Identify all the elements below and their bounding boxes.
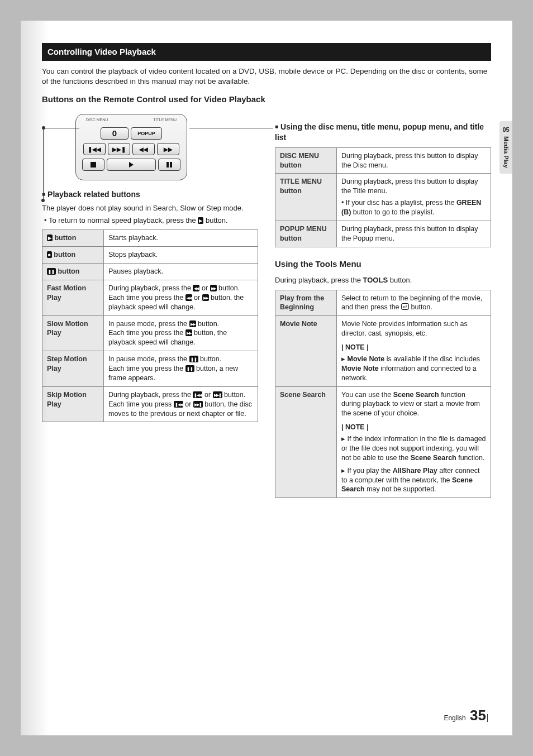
tbl1-r6d: In pause mode, press the button. Each ti…	[104, 351, 258, 387]
remote-zero-button[interactable]: 0	[101, 127, 129, 140]
tbl2-r3h: POPUP MENU button	[275, 221, 337, 247]
tbl3-r2d: Movie Note provides information such as …	[337, 316, 491, 386]
chapter-label: Media Play	[502, 136, 510, 168]
tools-menu-heading: Using the Tools Menu	[275, 259, 491, 270]
play-icon	[47, 235, 53, 241]
remote-diagram: DISC MENU TITLE MENU 0 POPUP ❚◀◀ ▶▶❚ ◀◀ …	[42, 114, 258, 180]
playback-intro-2a: To return to normal speed playback, pres…	[49, 216, 198, 224]
subheading-remote: Buttons on the Remote Control used for V…	[42, 94, 491, 105]
callout-vline-1	[43, 128, 44, 200]
remote: DISC MENU TITLE MENU 0 POPUP ❚◀◀ ▶▶❚ ◀◀ …	[75, 114, 187, 180]
chapter-number: 05	[502, 126, 509, 134]
tbl2-r1h: DISC MENU button	[275, 147, 337, 174]
remote-popup-button[interactable]: POPUP	[131, 127, 162, 140]
tbl1-r6h: Step Motion Play	[42, 351, 104, 387]
tbl3-r3h: Scene Search	[275, 386, 337, 498]
remote-prev-button[interactable]: ❚◀◀	[83, 143, 106, 155]
remote-play-button[interactable]	[107, 159, 156, 171]
tools-intro: During playback, press the TOOLS button.	[275, 275, 491, 285]
tbl1-r7h: Skip Motion Play	[42, 386, 104, 422]
chapter-tab: 05 Media Play	[499, 121, 512, 174]
tbl2-r1d: During playback, press this button to di…	[337, 147, 491, 174]
tbl1-r4d: During playback, press the or button. Ea…	[104, 280, 258, 315]
rewind-icon	[185, 294, 192, 301]
callout1-title: ■Playback related buttons	[42, 189, 258, 200]
tbl2-r2d: During playback, press this button to di…	[337, 174, 491, 221]
prev-icon	[174, 401, 183, 408]
next-icon	[213, 391, 222, 398]
remote-rewind-button[interactable]: ◀◀	[132, 143, 155, 155]
rewind-icon	[193, 285, 199, 291]
remote-stop-button[interactable]	[82, 159, 104, 171]
callout1-text: Playback related buttons	[47, 190, 140, 199]
tbl1-r3h: button	[42, 264, 104, 280]
tbl1-r7d: During playback, press the or button. Ea…	[104, 386, 258, 422]
tbl2-r2h: TITLE MENU button	[275, 174, 337, 221]
callout-arrow-1	[41, 199, 45, 202]
play-icon	[198, 217, 203, 224]
playback-intro-2: To return to normal speed playback, pres…	[42, 216, 258, 226]
disc-menu-label: DISC MENU	[86, 117, 108, 122]
pause-icon	[47, 268, 56, 275]
remote-pause-button[interactable]	[158, 159, 180, 171]
remote-ff-button[interactable]: ▶▶	[157, 143, 179, 155]
left-column: DISC MENU TITLE MENU 0 POPUP ❚◀◀ ▶▶❚ ◀◀ …	[42, 111, 258, 505]
tbl3-r1h: Play from the Beginning	[275, 290, 337, 316]
enter-icon	[401, 303, 409, 310]
tbl1-r4h: Fast Motion Play	[42, 280, 104, 315]
prev-icon	[193, 391, 202, 398]
page-footer: English 35	[444, 706, 491, 725]
footer-page: 35	[470, 707, 486, 724]
ff-icon	[202, 294, 209, 301]
right-column: ■Using the disc menu, title menu, popup …	[275, 111, 491, 505]
tbl3-r1d: Select to return to the beginning of the…	[337, 290, 491, 316]
callout2-title: ■Using the disc menu, title menu, popup …	[275, 122, 491, 143]
remote-next-button[interactable]: ▶▶❚	[108, 143, 130, 155]
tbl1-r3d: Pauses playback.	[104, 264, 258, 280]
pause-icon	[185, 365, 194, 372]
page: 05 Media Play Controlling Video Playback…	[21, 21, 512, 735]
ff-icon	[210, 285, 217, 291]
callout2-text: Using the disc menu, title menu, popup m…	[275, 122, 484, 142]
tools-menu-table: Play from the Beginning Select to return…	[275, 290, 491, 499]
tbl3-r3d: You can use the Scene Search function du…	[337, 386, 491, 498]
tbl1-r2h: button	[42, 247, 104, 264]
tbl1-r1d: Starts playback.	[104, 230, 258, 247]
callout-line-2a	[189, 128, 273, 128]
tbl1-r2d: Stops playback.	[104, 247, 258, 264]
menu-buttons-table: DISC MENU button During playback, press …	[275, 147, 491, 247]
playback-intro-1: The player does not play sound in Search…	[42, 203, 258, 213]
tbl1-r5h: Slow Motion Play	[42, 315, 104, 351]
stop-icon	[47, 251, 52, 258]
section-heading: Controlling Video Playback	[42, 43, 491, 61]
next-icon	[193, 401, 203, 408]
callout-line-1	[44, 128, 79, 128]
tbl3-r2h: Movie Note	[275, 316, 337, 386]
playback-buttons-table: button Starts playback. button Stops pla…	[42, 229, 258, 422]
footer-lang: English	[444, 714, 465, 722]
playback-intro-2b: button.	[203, 216, 227, 224]
tbl1-r5d: In pause mode, press the button. Each ti…	[104, 315, 258, 351]
tbl2-r3d: During playback, press this button to di…	[337, 221, 491, 247]
ff-icon	[185, 329, 192, 336]
pause-icon	[189, 356, 198, 362]
ff-icon	[189, 320, 196, 327]
tbl1-r1h: button	[42, 230, 104, 247]
intro-paragraph: You can control the playback of video co…	[42, 66, 491, 87]
title-menu-label: TITLE MENU	[153, 117, 177, 122]
